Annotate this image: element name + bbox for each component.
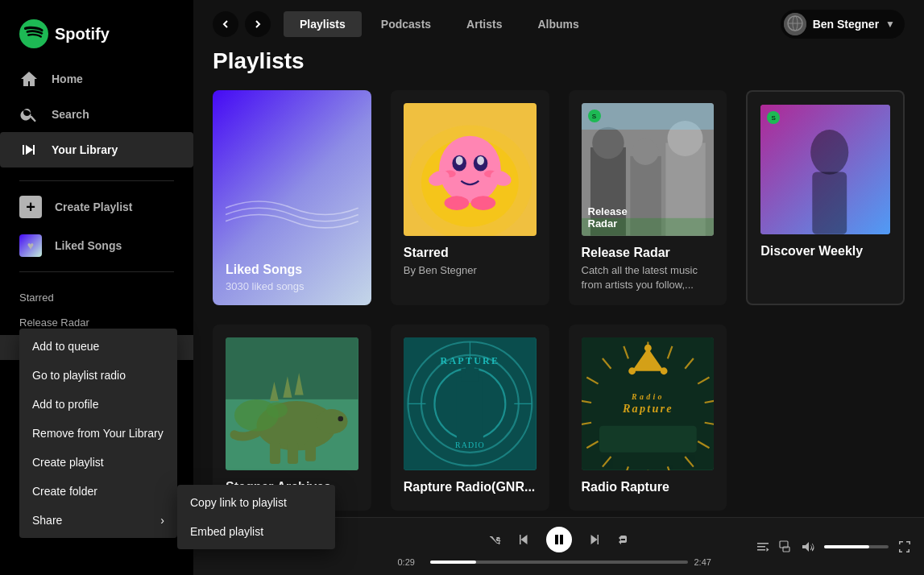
context-copy-link[interactable]: Copy link to playlist xyxy=(177,488,335,517)
context-create-folder[interactable]: Create folder xyxy=(19,477,177,506)
context-create-playlist[interactable]: Create playlist xyxy=(19,448,177,477)
chevron-right-icon: › xyxy=(160,514,164,527)
context-embed-playlist[interactable]: Embed playlist xyxy=(177,517,335,546)
sidebar: Spotify Home Search xyxy=(0,0,193,575)
context-menu-primary: Add to queue Go to playlist radio Add to… xyxy=(19,329,177,538)
context-go-to-playlist-radio[interactable]: Go to playlist radio xyxy=(19,361,177,390)
context-add-to-profile[interactable]: Add to profile xyxy=(19,390,177,419)
context-add-to-queue[interactable]: Add to queue xyxy=(19,332,177,361)
context-menu-overlay: Add to queue Go to playlist radio Add to… xyxy=(0,0,924,575)
app-layout: Spotify Home Search xyxy=(0,0,924,575)
context-share[interactable]: Share › xyxy=(19,506,177,535)
context-submenu: Copy link to playlist Embed playlist xyxy=(177,485,335,549)
context-remove-from-library[interactable]: Remove from Your Library xyxy=(19,419,177,448)
